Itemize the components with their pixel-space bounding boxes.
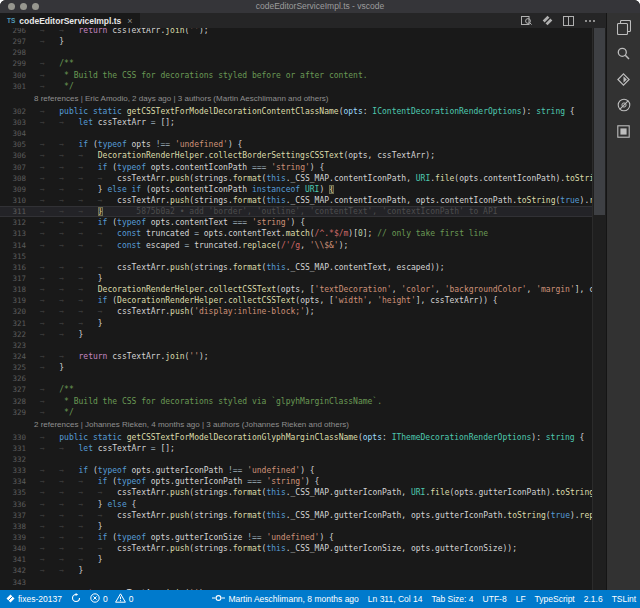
- code-line[interactable]: 333→ → if (typeof opts.gutterIconPath !=…: [0, 465, 593, 476]
- line-number: 327: [0, 384, 26, 395]
- code-line[interactable]: 301→ */: [0, 81, 593, 92]
- code-line[interactable]: 306→ → → DecorationRenderHelper.collectB…: [0, 150, 593, 161]
- code-line[interactable]: 339→ → → if (typeof opts.gutterIconSize …: [0, 532, 593, 543]
- tab-size[interactable]: Tab Size: 4: [432, 594, 474, 604]
- activity-explorer[interactable]: [607, 16, 640, 42]
- line-number: 304: [0, 128, 26, 139]
- encoding[interactable]: UTF-8: [483, 594, 507, 604]
- language-mode[interactable]: TypeScript: [535, 594, 575, 604]
- code-line[interactable]: 302→ public static getCSSTextForModelDec…: [0, 106, 593, 117]
- code-line[interactable]: 336→ → → } else {: [0, 499, 593, 510]
- code-line[interactable]: 320→ → → → cssTextArr.push('display:inli…: [0, 306, 593, 317]
- title-bar: codeEditorServiceImpl.ts - vscode: [0, 0, 640, 13]
- split-editor-icon[interactable]: [563, 16, 574, 26]
- scrollbar-thumb[interactable]: [594, 28, 605, 215]
- line-number: 307: [0, 162, 26, 173]
- line-number: 343: [0, 577, 26, 588]
- code-line[interactable]: 324→ → return cssTextArr.join('');: [0, 351, 593, 362]
- activity-debug[interactable]: [607, 94, 640, 120]
- code-line[interactable]: 328→ * Build the CSS for decorations sty…: [0, 396, 593, 407]
- vertical-scrollbar[interactable]: [592, 28, 606, 590]
- source-control-icon: [617, 72, 630, 90]
- cursor-position[interactable]: Ln 311, Col 14: [368, 594, 423, 604]
- line-number: 302: [0, 106, 26, 117]
- code-line[interactable]: 305→ → if (typeof opts !== 'undefined') …: [0, 139, 593, 150]
- close-tab-icon[interactable]: ×: [127, 16, 132, 26]
- code-line[interactable]: 330→ public static getCSSTextForModelDec…: [0, 432, 593, 443]
- code-line[interactable]: 316→ → → → cssTextArr.push(strings.forma…: [0, 262, 593, 273]
- code-line[interactable]: 304: [0, 128, 593, 139]
- code-line[interactable]: 323: [0, 340, 593, 351]
- code-line[interactable]: 331→ → let cssTextArr = [];: [0, 443, 593, 454]
- code-line[interactable]: 310→ → → → cssTextArr.push(strings.forma…: [0, 195, 593, 206]
- gitlens-diamond-icon[interactable]: [542, 15, 553, 26]
- status-right: Ln 311, Col 14 Tab Size: 4 UTF-8 LF Type…: [368, 594, 640, 605]
- code-line[interactable]: 332: [0, 454, 593, 465]
- line-number: 334: [0, 476, 26, 487]
- eol[interactable]: LF: [516, 594, 526, 604]
- code-line[interactable]: 334→ → → if (typeof opts.gutterIconPath …: [0, 476, 593, 487]
- code-line[interactable]: 312→ → → if (typeof opts.contentText ===…: [0, 217, 593, 228]
- code-line[interactable]: 313→ → → → const truncated = opts.conten…: [0, 228, 593, 239]
- git-branch-indicator[interactable]: fixes-20137: [6, 594, 62, 605]
- line-number: 313: [0, 228, 26, 239]
- more-actions-icon[interactable]: [584, 19, 596, 23]
- warning-count: 0: [129, 594, 134, 604]
- error-count: 0: [103, 594, 108, 604]
- line-number: 303: [0, 117, 26, 128]
- typescript-version[interactable]: 2.1.6: [584, 594, 603, 604]
- blame-annotation[interactable]: Martin Aeschlimann, 8 months ago: [212, 594, 358, 604]
- code-line[interactable]: 299→ /**: [0, 58, 593, 69]
- code-line[interactable]: 321→ → → }: [0, 318, 593, 329]
- code-line[interactable]: 342→ → }: [0, 565, 593, 576]
- code-line[interactable]: 322→ → }: [0, 329, 593, 340]
- sync-button[interactable]: [71, 593, 81, 605]
- code-line[interactable]: 335→ → → → cssTextArr.push(strings.forma…: [0, 487, 593, 498]
- code-line[interactable]: 315: [0, 251, 593, 262]
- code-line[interactable]: 327→ /**: [0, 384, 593, 395]
- code-line[interactable]: 318→ → → DecorationRenderHelper.collectC…: [0, 284, 593, 295]
- zoom-window-button[interactable]: [32, 3, 39, 10]
- code-line[interactable]: 314→ → → → const escaped = truncated.rep…: [0, 240, 593, 251]
- line-number: 322: [0, 329, 26, 340]
- vscode-window: codeEditorServiceImpl.ts - vscode TS cod…: [0, 0, 640, 608]
- code-line[interactable]: 296→ → return cssTextArr.join('');: [0, 28, 593, 36]
- code-line[interactable]: 325→ }: [0, 362, 593, 373]
- code-line[interactable]: 298: [0, 47, 593, 58]
- activity-extensions[interactable]: [607, 120, 640, 146]
- code-area[interactable]: 296→ → return cssTextArr.join('');297→ }…: [0, 28, 593, 590]
- codelens-text[interactable]: 2 references | Johannes Rieken, 4 months…: [26, 418, 349, 432]
- line-number: 330: [0, 432, 26, 443]
- problems-indicator[interactable]: 0 0: [90, 593, 133, 605]
- code-line[interactable]: 319→ → → if (DecorationRenderHelper.coll…: [0, 295, 593, 306]
- code-line[interactable]: 307→ → → if (typeof opts.contentIconPath…: [0, 162, 593, 173]
- tab-codeEditorServiceImpl[interactable]: TS codeEditorServiceImpl.ts ×: [0, 13, 140, 28]
- code-line[interactable]: 341→ → → }: [0, 554, 593, 565]
- line-number: 339: [0, 532, 26, 543]
- codelens-row[interactable]: 2 references | Johannes Rieken, 4 months…: [0, 418, 593, 432]
- code-line[interactable]: 329→ */: [0, 407, 593, 418]
- activity-search[interactable]: [607, 42, 640, 68]
- activity-source-control[interactable]: [607, 68, 640, 94]
- code-line[interactable]: 303→ → let cssTextArr = [];: [0, 117, 593, 128]
- close-window-button[interactable]: [8, 3, 15, 10]
- code-line[interactable]: 338→ → → }: [0, 521, 593, 532]
- line-number: 299: [0, 58, 26, 69]
- code-line[interactable]: 337→ → → → cssTextArr.push(strings.forma…: [0, 510, 593, 521]
- tslint-status[interactable]: TSLint: [612, 594, 637, 604]
- open-preview-icon[interactable]: [521, 15, 532, 26]
- code-line[interactable]: 326: [0, 373, 593, 384]
- code-line[interactable]: 343: [0, 577, 593, 588]
- minimize-window-button[interactable]: [20, 3, 27, 10]
- code-line[interactable]: 311→ → → } 5875b0a2 • add 'border', 'out…: [0, 206, 593, 217]
- codelens-row[interactable]: 8 references | Eric Amodio, 2 days ago |…: [0, 92, 593, 106]
- code-line[interactable]: 297→ }: [0, 36, 593, 47]
- code-line[interactable]: 340→ → → → cssTextArr.push(strings.forma…: [0, 543, 593, 554]
- code-line[interactable]: 300→ * Build the CSS for decorations sty…: [0, 70, 593, 81]
- code-line[interactable]: 309→ → → } else if (opts.contentIconPath…: [0, 184, 593, 195]
- extensions-icon: [617, 124, 630, 142]
- code-line[interactable]: 317→ → → }: [0, 273, 593, 284]
- codelens-text[interactable]: 8 references | Eric Amodio, 2 days ago |…: [26, 92, 329, 106]
- debug-off-icon: [617, 98, 631, 116]
- code-line[interactable]: 308→ → → → cssTextArr.push(strings.forma…: [0, 173, 593, 184]
